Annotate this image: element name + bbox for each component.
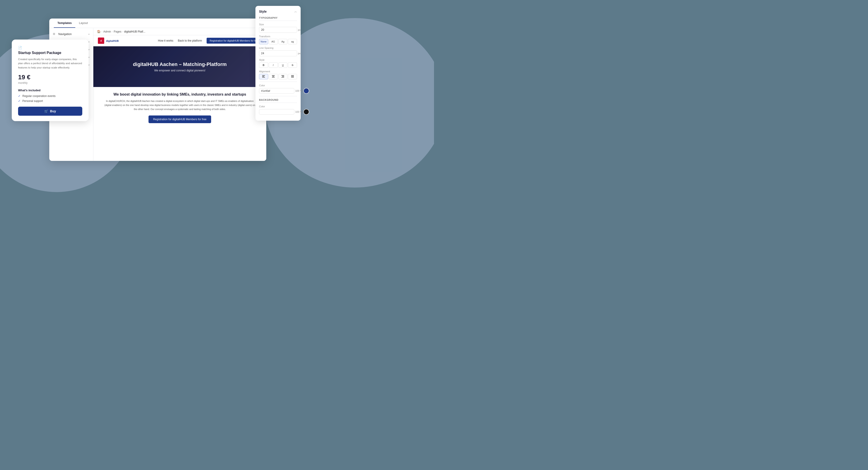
bg-color-opacity-value: 100 bbox=[295, 111, 299, 113]
sidebar-item-navigation-label: Navigation bbox=[58, 33, 72, 36]
breadcrumb-pages[interactable]: Pages bbox=[114, 30, 121, 33]
svg-rect-11 bbox=[291, 76, 294, 76]
breadcrumb-current: digitalHUB Platf... bbox=[124, 30, 145, 33]
svg-rect-3 bbox=[262, 77, 265, 77]
line-spacing-input[interactable] bbox=[259, 51, 297, 56]
color-hex-input[interactable] bbox=[259, 88, 294, 94]
bg-color-hex-input[interactable] bbox=[259, 109, 294, 115]
navigation-chevron-icon: ▾ bbox=[88, 33, 90, 35]
color-swatch[interactable] bbox=[303, 88, 309, 94]
color-divider bbox=[259, 82, 297, 82]
checkmark-icon-1: ✓ bbox=[18, 94, 21, 98]
size-input[interactable] bbox=[259, 27, 297, 33]
sidebar-item-navigation[interactable]: ⊞ Navigation ▾ bbox=[49, 30, 93, 38]
svg-rect-6 bbox=[272, 77, 275, 77]
style-panel-collapse-button[interactable]: ︽ bbox=[294, 9, 297, 13]
pricing-feature-text-2: Personal support bbox=[22, 99, 43, 102]
text-style-btn-group: B I U S bbox=[259, 62, 297, 68]
pricing-card-title: Startup Support Package bbox=[18, 51, 82, 55]
svg-rect-7 bbox=[281, 75, 284, 76]
background-divider bbox=[259, 96, 297, 96]
section-text: In digitalCHURCH, the digitalHUB Aachen … bbox=[103, 99, 257, 112]
svg-rect-12 bbox=[291, 77, 294, 77]
alignment-btn-group bbox=[259, 74, 297, 79]
svg-rect-5 bbox=[272, 76, 274, 76]
size-label: Size bbox=[259, 23, 297, 26]
svg-rect-1 bbox=[262, 75, 265, 76]
tab-layout-label: Layout bbox=[79, 21, 88, 25]
website-logo: d digitalHUB bbox=[98, 37, 120, 44]
alignment-label: Alignment bbox=[259, 70, 297, 73]
hero-title: digitalHUB Aachen – Matching-Platform bbox=[133, 61, 227, 68]
website-header: d digitalHUB How it works Back to the pl… bbox=[93, 35, 266, 46]
pricing-price: 19 € bbox=[18, 74, 82, 81]
align-right-button[interactable] bbox=[278, 74, 287, 79]
svg-rect-4 bbox=[272, 75, 275, 76]
transform-capitalize-button[interactable]: Ag bbox=[278, 39, 287, 44]
tab-templates-label: Templates bbox=[57, 21, 72, 25]
website-preview: d digitalHUB How it works Back to the pl… bbox=[93, 35, 266, 161]
cart-icon: 🛒 bbox=[44, 109, 48, 113]
pricing-whats-included-label: What's included bbox=[18, 89, 82, 92]
website-nav: How it works Back to the platform Regist… bbox=[158, 38, 262, 43]
background-section-title: Background bbox=[259, 98, 297, 103]
bg-color-swatch[interactable] bbox=[303, 109, 309, 115]
tab-templates[interactable]: Templates bbox=[54, 19, 75, 28]
breadcrumb: 🏠 › Admin › Pages › digitalHUB Platf... bbox=[93, 28, 266, 35]
logo-text: digitalHUB bbox=[106, 37, 120, 44]
underline-button[interactable]: U bbox=[278, 62, 287, 68]
pricing-card-description: Created specifically for early-stage com… bbox=[18, 57, 82, 70]
italic-button[interactable]: I bbox=[269, 62, 278, 68]
home-icon[interactable]: 🏠 bbox=[97, 30, 101, 33]
transform-lowercase-button[interactable]: ag bbox=[288, 39, 297, 44]
svg-rect-8 bbox=[282, 76, 284, 76]
pricing-feature-1: ✓ Regular cooperation events bbox=[18, 94, 82, 98]
align-center-button[interactable] bbox=[269, 74, 278, 79]
line-spacing-label: Line Spacing bbox=[259, 46, 297, 49]
nav-how-it-works[interactable]: How it works bbox=[158, 39, 174, 42]
transform-uppercase-button[interactable]: AG bbox=[269, 39, 278, 44]
color-label: Color bbox=[259, 84, 297, 87]
style-label: Style bbox=[259, 59, 297, 61]
builder-preview: 🏠 › Admin › Pages › digitalHUB Platf... … bbox=[93, 28, 266, 161]
transform-btn-group: None AG Ag ag bbox=[259, 39, 297, 44]
hero-content: digitalHUB Aachen – Matching-Platform We… bbox=[133, 61, 227, 72]
pricing-card-icon: 📄 bbox=[18, 46, 82, 50]
align-justify-button[interactable] bbox=[288, 74, 297, 79]
line-spacing-input-row: px bbox=[259, 51, 297, 56]
size-unit: px bbox=[298, 29, 301, 31]
builder-tabs: Templates Layout bbox=[49, 19, 266, 28]
size-input-row: px bbox=[259, 27, 297, 33]
style-panel-header: Style ︽ bbox=[259, 9, 297, 13]
align-left-button[interactable] bbox=[259, 74, 268, 79]
website-hero: digitalHUB Aachen – Matching-Platform We… bbox=[93, 46, 266, 87]
section-cta-button[interactable]: Registration for digitalHUB Members for … bbox=[149, 116, 211, 123]
svg-text:digitalHUB: digitalHUB bbox=[106, 39, 119, 42]
nav-registration-label: Registration for digitalHUB Members for … bbox=[210, 39, 258, 42]
breadcrumb-admin[interactable]: Admin bbox=[103, 30, 111, 33]
transform-label: Transform bbox=[259, 35, 297, 38]
strikethrough-button[interactable]: S bbox=[288, 62, 297, 68]
navigation-item-icon: ⊞ bbox=[53, 32, 57, 36]
svg-rect-10 bbox=[291, 75, 294, 76]
buy-button[interactable]: 🛒 Buy bbox=[18, 107, 82, 116]
style-panel-title: Style bbox=[259, 10, 267, 13]
website-body: We boost digital innovation by linking S… bbox=[93, 87, 266, 129]
tab-layout[interactable]: Layout bbox=[75, 19, 91, 28]
nav-back-to-platform[interactable]: Back to the platform bbox=[178, 39, 202, 42]
nav-registration-button[interactable]: Registration for digitalHUB Members for … bbox=[207, 38, 262, 43]
bold-button[interactable]: B bbox=[259, 62, 268, 68]
svg-rect-9 bbox=[281, 77, 284, 77]
hero-subtitle: We empower and connect digital pioneers! bbox=[133, 69, 227, 72]
checkmark-icon-2: ✓ bbox=[18, 99, 21, 102]
pricing-feature-text-1: Regular cooperation events bbox=[22, 94, 56, 98]
color-row: 100 % bbox=[259, 88, 297, 94]
bg-color-row: 100 % bbox=[259, 109, 297, 115]
transform-none-button[interactable]: None bbox=[259, 39, 268, 44]
pricing-feature-2: ✓ Personal support bbox=[18, 99, 82, 102]
section-cta-label: Registration for digitalHUB Members for … bbox=[153, 118, 206, 121]
style-panel: Style ︽ Typography Size px Transform Non… bbox=[255, 6, 301, 121]
typography-section-title: Typography bbox=[259, 17, 297, 21]
bg-color-label: Color bbox=[259, 105, 297, 108]
color-opacity-symbol: % bbox=[300, 90, 303, 92]
